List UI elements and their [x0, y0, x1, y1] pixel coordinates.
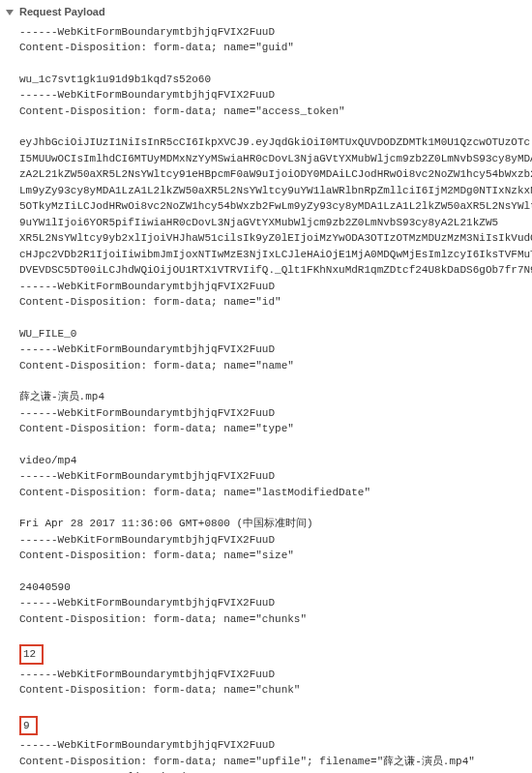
section-header[interactable]: Request Payload	[6, 4, 532, 20]
content-disposition-access-token: Content-Disposition: form-data; name="ac…	[19, 104, 532, 120]
content-disposition-chunks: Content-Disposition: form-data; name="ch…	[19, 611, 532, 628]
content-type-upfile: Content-Type: application/octet-stream	[19, 769, 532, 773]
content-disposition-upfile: Content-Disposition: form-data; name="up…	[19, 754, 532, 770]
content-disposition-size: Content-Disposition: form-data; name="si…	[19, 548, 532, 564]
value-id: WU_FILE_0	[19, 326, 532, 342]
boundary-line: ------WebKitFormBoundarymtbjhjqFVIX2FuuD	[19, 468, 532, 485]
boundary-line: ------WebKitFormBoundarymtbjhjqFVIX2FuuD	[19, 279, 532, 295]
content-disposition-type: Content-Disposition: form-data; name="ty…	[19, 421, 532, 437]
token-line: Lm9yZy93cy8yMDA1LzA1L2lkZW50aXR5L2NsYWlt…	[19, 183, 532, 199]
token-line: cHJpc2VDb2R1IjoiIiwibmJmIjoxNTIwMzE3NjIx…	[19, 247, 532, 263]
boundary-line: ------WebKitFormBoundarymtbjhjqFVIX2FuuD	[19, 24, 532, 41]
boundary-line: ------WebKitFormBoundarymtbjhjqFVIX2FuuD	[19, 595, 532, 611]
value-chunks: 12	[23, 648, 36, 660]
value-name: 薛之谦-演员.mp4	[19, 389, 532, 405]
payload-content: ------WebKitFormBoundarymtbjhjqFVIX2FuuD…	[6, 24, 532, 774]
value-guid: wu_1c7svt1gk1u91d9b1kqd7s52o60	[19, 72, 532, 88]
content-disposition-lastmodified: Content-Disposition: form-data; name="la…	[19, 485, 532, 501]
value-type: video/mp4	[19, 453, 532, 469]
token-line: DVEVDSC5DT00iLCJhdWQiOijOU1RTX1VTRVIifQ.…	[19, 262, 532, 279]
highlight-chunk: 9	[19, 716, 38, 736]
boundary-line: ------WebKitFormBoundarymtbjhjqFVIX2FuuD	[19, 342, 532, 358]
token-line: eyJhbGciOiJIUzI1NiIsInR5cCI6IkpXVCJ9.eyJ…	[19, 134, 532, 151]
section-title: Request Payload	[19, 6, 105, 17]
token-line: XR5L2NsYWltcy9yb2xlIjoiVHJhaW51cilsIk9yZ…	[19, 230, 532, 247]
content-disposition-id: Content-Disposition: form-data; name="id…	[19, 294, 532, 311]
token-line: 9uYW1lIjoi6YOR5pifIiwiaHR0cDovL3NjaGVtYX…	[19, 215, 532, 231]
token-line: I5MUUwOCIsImlhdCI6MTUyMDMxNzYyMSwiaHR0cD…	[19, 151, 532, 167]
boundary-line: ------WebKitFormBoundarymtbjhjqFVIX2FuuD	[19, 737, 532, 754]
value-size: 24040590	[19, 580, 532, 596]
token-line: 5OTkyMzIiLCJodHRwOi8vc2NoZW1hcy54bWxzb2F…	[19, 198, 532, 215]
highlight-chunks: 12	[19, 644, 44, 665]
boundary-line: ------WebKitFormBoundarymtbjhjqFVIX2FuuD	[19, 87, 532, 104]
token-line: zA2L21kZW50aXR5L2NsYWltcy91eHBpcmF0aW9uI…	[19, 166, 532, 183]
content-disposition-name: Content-Disposition: form-data; name="na…	[19, 358, 532, 374]
content-disposition-guid: Content-Disposition: form-data; name="gu…	[19, 40, 532, 56]
collapse-triangle-icon[interactable]	[6, 10, 14, 15]
boundary-line: ------WebKitFormBoundarymtbjhjqFVIX2FuuD	[19, 532, 532, 549]
value-lastmodified: Fri Apr 28 2017 11:36:06 GMT+0800 (中国标准时…	[19, 516, 532, 532]
value-chunk: 9	[23, 720, 30, 731]
boundary-line: ------WebKitFormBoundarymtbjhjqFVIX2FuuD	[19, 405, 532, 422]
boundary-line: ------WebKitFormBoundarymtbjhjqFVIX2FuuD	[19, 667, 532, 683]
content-disposition-chunk: Content-Disposition: form-data; name="ch…	[19, 682, 532, 699]
